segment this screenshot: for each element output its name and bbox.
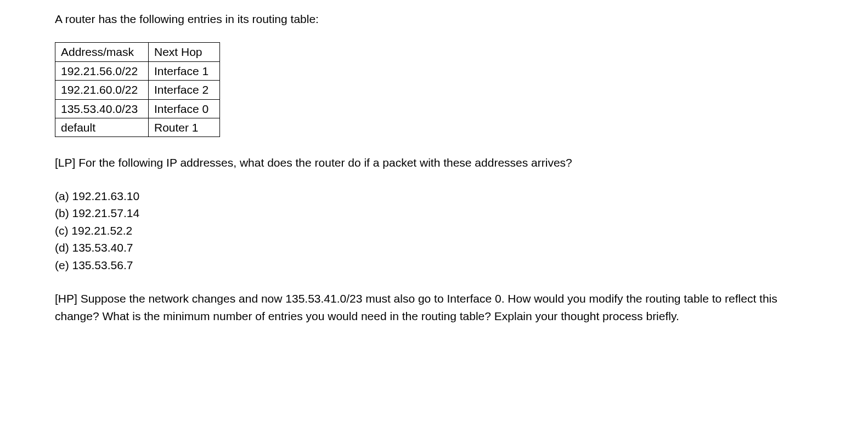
cell-nexthop: Interface 1 bbox=[149, 61, 220, 80]
table-row: Address/mask Next Hop bbox=[55, 43, 220, 61]
table-row: 192.21.60.0/22 Interface 2 bbox=[55, 81, 220, 99]
header-next-hop: Next Hop bbox=[149, 43, 220, 61]
cell-address: 192.21.60.0/22 bbox=[55, 81, 149, 99]
option-a: (a) 192.21.63.10 bbox=[55, 187, 813, 205]
cell-nexthop: Interface 2 bbox=[149, 81, 220, 99]
option-e: (e) 135.53.56.7 bbox=[55, 257, 813, 274]
table-row: default Router 1 bbox=[55, 118, 220, 136]
options-list: (a) 192.21.63.10 (b) 192.21.57.14 (c) 19… bbox=[55, 187, 813, 274]
table-row: 192.21.56.0/22 Interface 1 bbox=[55, 61, 220, 80]
cell-address: 192.21.56.0/22 bbox=[55, 61, 149, 80]
table-row: 135.53.40.0/23 Interface 0 bbox=[55, 99, 220, 118]
hp-question-text: [HP] Suppose the network changes and now… bbox=[55, 290, 813, 325]
routing-table: Address/mask Next Hop 192.21.56.0/22 Int… bbox=[55, 42, 220, 137]
header-address-mask: Address/mask bbox=[55, 43, 149, 61]
cell-address: default bbox=[55, 118, 149, 136]
option-b: (b) 192.21.57.14 bbox=[55, 204, 813, 222]
cell-nexthop: Interface 0 bbox=[149, 99, 220, 118]
intro-text: A router has the following entries in it… bbox=[55, 11, 813, 27]
cell-address: 135.53.40.0/23 bbox=[55, 99, 149, 118]
cell-nexthop: Router 1 bbox=[149, 118, 220, 136]
option-d: (d) 135.53.40.7 bbox=[55, 239, 813, 257]
option-c: (c) 192.21.52.2 bbox=[55, 222, 813, 240]
lp-question-text: [LP] For the following IP addresses, wha… bbox=[55, 155, 813, 170]
